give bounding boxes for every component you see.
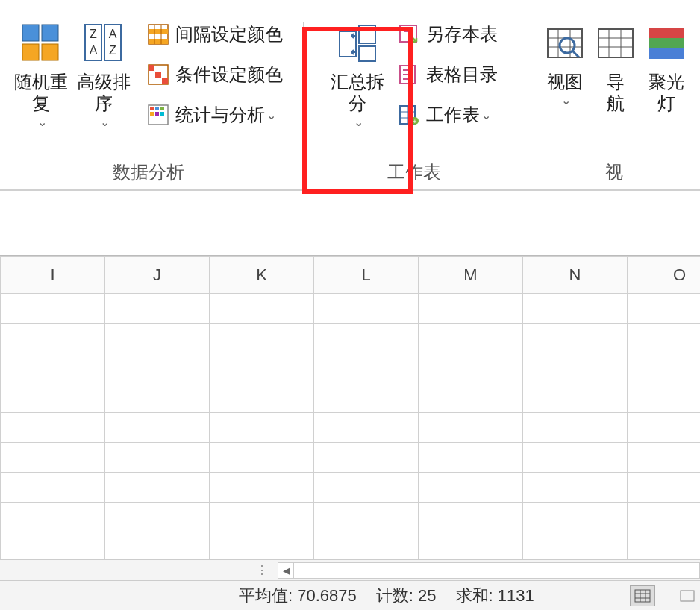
chevron-down-icon: ⌄ xyxy=(266,108,276,122)
cell[interactable] xyxy=(628,383,701,413)
summary-split-label: 汇总拆 分 xyxy=(331,72,384,115)
interval-color-button[interactable]: 间隔设定颜色 xyxy=(143,19,287,49)
view-button[interactable]: 视图 ⌄ xyxy=(540,13,590,107)
cell[interactable] xyxy=(628,353,701,383)
cell[interactable] xyxy=(210,503,314,532)
cell[interactable] xyxy=(523,503,628,532)
cell[interactable] xyxy=(628,324,701,353)
cell[interactable] xyxy=(105,413,210,443)
cell[interactable] xyxy=(419,353,523,383)
cell[interactable] xyxy=(210,294,314,324)
normal-view-icon[interactable] xyxy=(630,585,655,606)
table-dir-button[interactable]: 表格目录 xyxy=(393,60,502,89)
scroll-left-icon[interactable]: ◂ xyxy=(278,562,294,579)
svg-rect-24 xyxy=(155,112,159,116)
cell[interactable] xyxy=(419,413,523,443)
cell[interactable] xyxy=(523,473,628,503)
adv-sort-button[interactable]: Z A A Z 高级排 序 ⌄ xyxy=(72,13,135,129)
col-header[interactable]: L xyxy=(314,257,419,294)
cell[interactable] xyxy=(210,443,314,473)
cell[interactable] xyxy=(210,413,314,443)
cell[interactable] xyxy=(210,532,314,560)
cell[interactable] xyxy=(523,324,628,353)
cell[interactable] xyxy=(105,532,210,560)
cell[interactable] xyxy=(419,324,523,353)
svg-line-47 xyxy=(572,51,579,57)
page-layout-view-icon[interactable] xyxy=(675,585,700,606)
cell[interactable] xyxy=(523,383,628,413)
cell[interactable] xyxy=(419,532,523,560)
cell[interactable] xyxy=(210,324,314,353)
summary-split-button[interactable]: 汇总拆 分 ⌄ xyxy=(326,13,389,129)
cell[interactable] xyxy=(314,443,419,473)
worksheet-button[interactable]: + 工作表 ⌄ xyxy=(393,100,502,130)
cell[interactable] xyxy=(314,473,419,503)
svg-rect-53 xyxy=(649,28,684,38)
cell[interactable] xyxy=(523,353,628,383)
cell[interactable] xyxy=(314,294,419,324)
cell[interactable] xyxy=(419,473,523,503)
cell[interactable] xyxy=(419,443,523,473)
status-count-label: 计数: xyxy=(376,586,413,605)
col-header[interactable]: N xyxy=(523,257,628,294)
cell[interactable] xyxy=(1,324,105,353)
col-header[interactable]: O xyxy=(628,257,701,294)
cell[interactable] xyxy=(628,294,701,324)
cell[interactable] xyxy=(105,383,210,413)
cell[interactable] xyxy=(1,383,105,413)
cell[interactable] xyxy=(105,324,210,353)
col-header[interactable]: K xyxy=(210,257,314,294)
cell[interactable] xyxy=(105,503,210,532)
spotlight-button[interactable]: 聚光 灯 xyxy=(641,13,692,115)
cell[interactable] xyxy=(314,324,419,353)
cond-color-button[interactable]: 条件设定颜色 xyxy=(143,60,287,89)
spreadsheet-grid[interactable]: I J K L M N O xyxy=(0,255,700,559)
cell[interactable] xyxy=(628,473,701,503)
cell[interactable] xyxy=(523,294,628,324)
nav-button[interactable]: 导 航 xyxy=(590,13,641,115)
cell[interactable] xyxy=(314,383,419,413)
cell[interactable] xyxy=(628,413,701,443)
group-label-analysis: 数据分析 xyxy=(113,163,184,189)
cell[interactable] xyxy=(628,443,701,473)
sheet-tab-grip[interactable]: ⋮ xyxy=(0,563,278,577)
cell[interactable] xyxy=(210,353,314,383)
save-as-sheet-button[interactable]: 另存本表 xyxy=(393,19,502,49)
col-header[interactable]: M xyxy=(419,257,523,294)
cell[interactable] xyxy=(523,413,628,443)
cell[interactable] xyxy=(1,443,105,473)
cell[interactable] xyxy=(105,294,210,324)
cell[interactable] xyxy=(314,353,419,383)
cell[interactable] xyxy=(1,473,105,503)
col-header[interactable]: J xyxy=(105,257,210,294)
cell[interactable] xyxy=(314,503,419,532)
cell[interactable] xyxy=(628,532,701,560)
cell[interactable] xyxy=(210,473,314,503)
cell[interactable] xyxy=(628,503,701,532)
random-dup-button[interactable]: 随机重 复 ⌄ xyxy=(10,13,72,129)
cell[interactable] xyxy=(1,413,105,443)
cell[interactable] xyxy=(523,443,628,473)
cell[interactable] xyxy=(419,383,523,413)
cell[interactable] xyxy=(523,532,628,560)
horizontal-scrollbar[interactable]: ⋮ ◂ xyxy=(0,559,700,580)
cell[interactable] xyxy=(419,503,523,532)
cell[interactable] xyxy=(1,532,105,560)
nav-icon xyxy=(595,22,637,64)
cell[interactable] xyxy=(210,383,314,413)
col-header[interactable]: I xyxy=(1,257,105,294)
cell[interactable] xyxy=(314,532,419,560)
group-label-worksheet: 工作表 xyxy=(387,163,441,189)
stats-analysis-button[interactable]: 统计与分析 ⌄ xyxy=(143,100,287,130)
scroll-track[interactable] xyxy=(294,562,700,579)
chevron-down-icon: ⌄ xyxy=(561,93,571,107)
cell[interactable] xyxy=(105,443,210,473)
cell[interactable] xyxy=(314,413,419,443)
cell[interactable] xyxy=(1,294,105,324)
cell[interactable] xyxy=(105,353,210,383)
cell[interactable] xyxy=(1,353,105,383)
cell[interactable] xyxy=(1,503,105,532)
svg-rect-16 xyxy=(149,65,154,71)
cell[interactable] xyxy=(419,294,523,324)
cell[interactable] xyxy=(105,473,210,503)
